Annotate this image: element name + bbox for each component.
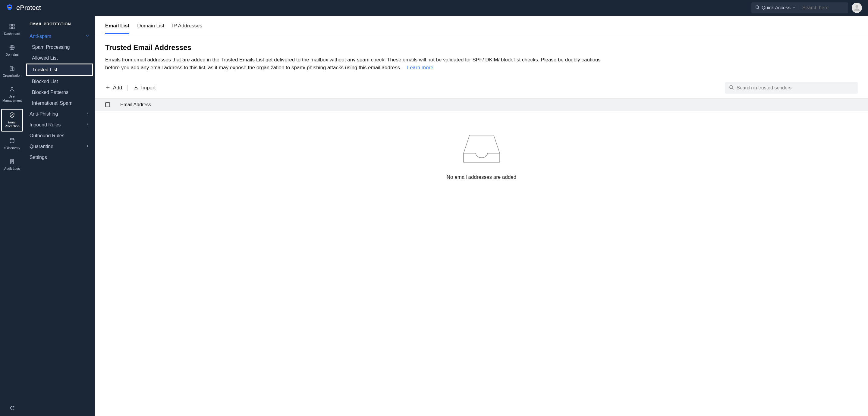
import-icon xyxy=(133,84,138,92)
add-label: Add xyxy=(113,85,122,91)
svg-rect-5 xyxy=(10,24,12,26)
rail-item-audit-logs[interactable]: Audit Logs xyxy=(1,156,23,174)
collapse-icon xyxy=(9,405,16,411)
collapse-rail-button[interactable] xyxy=(0,405,24,411)
chevron-right-icon xyxy=(85,111,90,117)
column-email-address: Email Address xyxy=(120,102,151,107)
dashboard-icon xyxy=(9,24,15,31)
svg-rect-6 xyxy=(13,24,14,26)
submenu-item-inbound-rules[interactable]: Inbound Rules xyxy=(24,119,95,130)
submenu-item-allowed-list[interactable]: Allowed List xyxy=(24,53,95,64)
submenu-heading: EMAIL PROTECTION xyxy=(24,19,95,31)
page-description: Emails from email addresses that are add… xyxy=(105,56,602,71)
submenu-item-settings[interactable]: Settings xyxy=(24,152,95,163)
search-icon xyxy=(729,84,734,91)
description-text: Emails from email addresses that are add… xyxy=(105,57,601,70)
tab-domain-list[interactable]: Domain List xyxy=(137,23,164,34)
learn-more-link[interactable]: Learn more xyxy=(407,65,433,70)
submenu-item-trusted-list[interactable]: Trusted List xyxy=(26,64,93,76)
topbar: eProtect Quick Access xyxy=(0,0,868,16)
list-toolbar: Add Import xyxy=(105,82,858,94)
tab-email-list[interactable]: Email List xyxy=(105,23,129,34)
submenu-label: Anti-Phishing xyxy=(30,111,58,117)
submenu: EMAIL PROTECTION Anti-spam Spam Processi… xyxy=(24,16,95,416)
user-icon xyxy=(9,86,15,94)
page-title: Trusted Email Addresses xyxy=(105,43,858,52)
submenu-item-outbound-rules[interactable]: Outbound Rules xyxy=(24,130,95,141)
submenu-label: Trusted List xyxy=(32,67,57,73)
svg-point-15 xyxy=(11,87,13,90)
trusted-search-box[interactable] xyxy=(725,82,858,94)
submenu-label: International Spam xyxy=(32,101,72,106)
divider xyxy=(799,5,799,11)
global-search-input[interactable] xyxy=(802,5,844,10)
svg-point-4 xyxy=(855,5,858,8)
shield-icon xyxy=(9,112,15,119)
rail-item-email-protection[interactable]: Email Protection xyxy=(1,109,23,132)
document-icon xyxy=(9,159,15,166)
tabs: Email List Domain List IP Addresses xyxy=(95,16,868,34)
tab-ip-addresses[interactable]: IP Addresses xyxy=(172,23,202,34)
rail-item-dashboard[interactable]: Dashboard xyxy=(1,21,23,38)
empty-tray-icon xyxy=(461,129,503,167)
topbar-right: Quick Access xyxy=(751,2,862,13)
rail-label: Dashboard xyxy=(4,32,20,36)
building-icon xyxy=(9,65,15,73)
rail-label: Audit Logs xyxy=(4,167,20,171)
avatar[interactable] xyxy=(852,3,862,13)
rail-item-user-management[interactable]: User Management xyxy=(1,84,23,105)
submenu-item-anti-spam[interactable]: Anti-spam xyxy=(24,31,95,42)
chevron-right-icon xyxy=(85,122,90,128)
brand-logo-icon xyxy=(6,4,13,12)
svg-rect-8 xyxy=(13,27,14,29)
submenu-label: Anti-spam xyxy=(30,34,51,39)
submenu-item-international-spam[interactable]: International Spam xyxy=(24,98,95,109)
svg-point-2 xyxy=(756,6,758,8)
svg-point-27 xyxy=(730,85,733,89)
rail-label: Email Protection xyxy=(3,120,21,129)
svg-rect-1 xyxy=(8,6,11,7)
quick-access-label: Quick Access xyxy=(762,5,790,10)
submenu-item-blocked-patterns[interactable]: Blocked Patterns xyxy=(24,87,95,98)
submenu-label: Blocked Patterns xyxy=(32,90,68,95)
globe-icon xyxy=(9,44,15,52)
quick-access-search[interactable]: Quick Access xyxy=(751,2,848,13)
table-header: Email Address xyxy=(95,98,868,111)
archive-icon xyxy=(9,138,15,145)
empty-message: No email addresses are added xyxy=(447,174,517,180)
submenu-item-spam-processing[interactable]: Spam Processing xyxy=(24,42,95,53)
submenu-label: Blocked List xyxy=(32,79,58,84)
trusted-search-input[interactable] xyxy=(737,85,854,91)
svg-line-28 xyxy=(733,88,733,89)
submenu-item-quarantine[interactable]: Quarantine xyxy=(24,141,95,152)
empty-state: No email addresses are added xyxy=(105,111,858,180)
svg-line-3 xyxy=(758,8,759,9)
select-all-checkbox[interactable] xyxy=(105,102,110,107)
submenu-label: Inbound Rules xyxy=(30,122,61,128)
submenu-item-blocked-list[interactable]: Blocked List xyxy=(24,76,95,87)
import-button[interactable]: Import xyxy=(133,84,156,92)
icon-rail: Dashboard Domains Organization User Mana… xyxy=(0,16,24,416)
rail-label: User Management xyxy=(2,95,22,103)
add-button[interactable]: Add xyxy=(105,84,122,92)
chevron-right-icon xyxy=(85,144,90,149)
divider xyxy=(127,85,128,91)
rail-item-domains[interactable]: Domains xyxy=(1,42,23,60)
submenu-item-anti-phishing[interactable]: Anti-Phishing xyxy=(24,109,95,119)
content: Email List Domain List IP Addresses Trus… xyxy=(95,16,868,416)
brand-name: eProtect xyxy=(16,4,41,12)
rail-item-ediscovery[interactable]: eDiscovery xyxy=(1,135,23,152)
submenu-label: Settings xyxy=(30,155,47,160)
submenu-label: Allowed List xyxy=(32,56,58,61)
rail-label: eDiscovery xyxy=(4,146,20,150)
svg-rect-7 xyxy=(10,27,12,29)
brand[interactable]: eProtect xyxy=(6,4,41,12)
rail-label: Organization xyxy=(3,74,22,78)
rail-item-organization[interactable]: Organization xyxy=(1,63,23,80)
svg-point-16 xyxy=(10,138,14,140)
chevron-down-icon xyxy=(792,5,796,10)
submenu-label: Outbound Rules xyxy=(30,133,64,138)
submenu-label: Spam Processing xyxy=(32,44,70,50)
search-icon xyxy=(755,5,760,11)
chevron-down-icon xyxy=(85,34,90,39)
